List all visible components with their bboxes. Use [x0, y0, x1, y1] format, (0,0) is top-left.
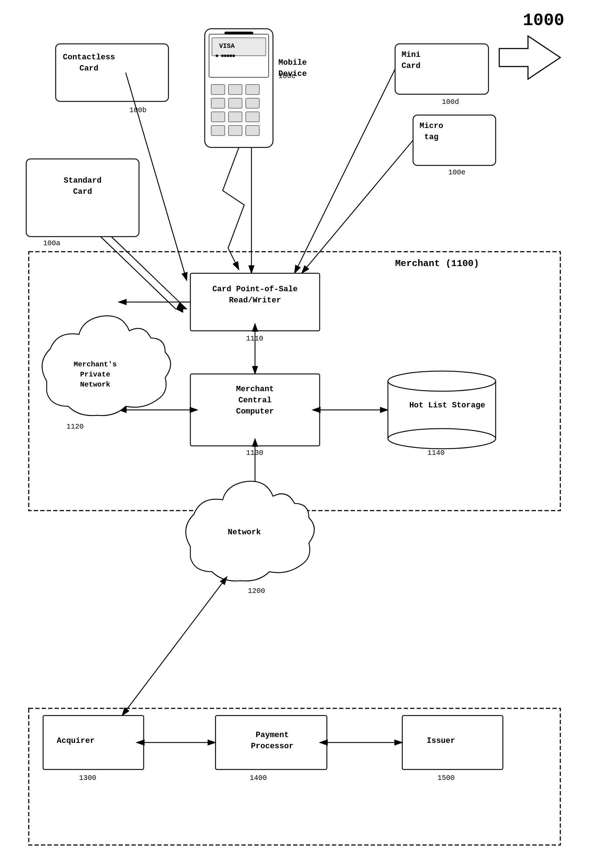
pos-reader-label: Card Point-of-Sale Read/Writer — [197, 284, 312, 306]
svg-line-28 — [126, 72, 187, 280]
phone-screen-text: ■ ■■■■■ — [215, 53, 235, 59]
network-label: Network — [228, 528, 261, 537]
svg-marker-27 — [176, 302, 187, 313]
svg-marker-8 — [499, 36, 560, 79]
svg-rect-19 — [228, 112, 242, 122]
mini-card-id: 100d — [442, 98, 459, 106]
private-network-label: Merchant's Private Network — [56, 360, 135, 390]
issuer-label: Issuer — [427, 737, 455, 745]
issuer-id: 1500 — [437, 774, 455, 782]
standard-card-id: 100a — [43, 239, 60, 247]
svg-rect-20 — [246, 112, 259, 122]
svg-line-25 — [100, 236, 176, 309]
svg-line-42 — [122, 583, 223, 716]
network-id: 1200 — [248, 587, 265, 595]
payment-processor-id: 1400 — [250, 774, 267, 782]
svg-point-39 — [388, 371, 496, 391]
svg-rect-16 — [228, 98, 242, 108]
central-computer-label: Merchant Central Computer — [200, 384, 310, 417]
svg-rect-14 — [246, 84, 259, 94]
standard-card-label: Standard Card — [36, 176, 129, 198]
svg-rect-17 — [246, 98, 259, 108]
acquirer-id: 1300 — [79, 774, 96, 782]
micro-tag-id: 100e — [448, 168, 465, 177]
micro-tag-label: Microtag — [419, 121, 443, 143]
svg-rect-12 — [211, 84, 225, 94]
svg-rect-3 — [29, 709, 560, 845]
private-network-id: 1120 — [66, 422, 84, 431]
merchant-section-label: Merchant (1100) — [395, 258, 479, 269]
central-computer-id: 1130 — [246, 449, 263, 457]
payment-processor-label: Payment Processor — [222, 730, 322, 752]
diagram-number: 1000 — [523, 11, 564, 30]
svg-rect-18 — [211, 112, 225, 122]
mobile-device-id: 100c — [278, 72, 296, 80]
svg-line-26 — [111, 236, 187, 309]
svg-rect-38 — [388, 381, 496, 439]
svg-rect-21 — [211, 125, 225, 136]
visa-text: VISA — [219, 43, 234, 50]
svg-line-30 — [294, 69, 395, 273]
hot-list-storage-id: 1140 — [427, 449, 445, 457]
hot-list-storage-label: Hot List Storage — [393, 401, 501, 410]
contactless-card-id: 100b — [129, 106, 147, 114]
contactless-card-label: Contactless Card — [63, 52, 115, 74]
svg-rect-22 — [228, 125, 242, 136]
svg-rect-23 — [246, 125, 259, 136]
mini-card-label: MiniCard — [402, 50, 421, 72]
acquirer-label: Acquirer — [57, 737, 95, 745]
svg-rect-24 — [225, 32, 253, 34]
svg-rect-4 — [26, 159, 139, 236]
svg-line-31 — [302, 140, 413, 273]
svg-rect-9 — [205, 29, 273, 148]
svg-rect-15 — [211, 98, 225, 108]
svg-point-40 — [388, 429, 496, 449]
svg-rect-13 — [228, 84, 242, 94]
pos-reader-id: 1110 — [246, 334, 263, 342]
